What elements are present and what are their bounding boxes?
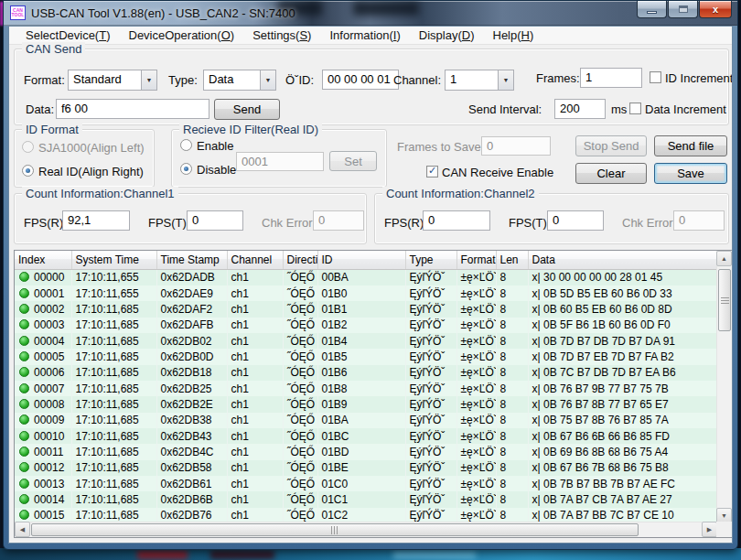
column-header[interactable]: Data <box>528 251 717 269</box>
table-row[interactable]: 0000417:10:11,6850x62DB02ch1˝ÓĘŐ01B4ĘýľÝ… <box>15 333 717 349</box>
close-icon: x <box>713 4 718 15</box>
filter-disable-radio[interactable] <box>180 163 192 175</box>
channel-select[interactable]: 1 ▼ <box>445 70 514 91</box>
table-row[interactable]: 0000017:10:11,6550x62DADBch1˝ÓĘŐ00BAĘýľÝ… <box>15 269 717 285</box>
count-channel1-group: Count Information:Channel1 FPS(R): 92,1 … <box>14 193 367 244</box>
id-format-group: ID Format SJA1000(Align Left) Real ID(Al… <box>14 129 155 188</box>
frame-index: 00012 <box>34 461 64 474</box>
menu-display[interactable]: Display(D) <box>412 27 482 44</box>
send-interval-input[interactable]: 200 <box>554 99 606 119</box>
table-row[interactable]: 0000117:10:11,6550x62DAE9ch1˝ÓĘŐ01B0ĘýľÝ… <box>15 285 717 301</box>
type-select[interactable]: Data ▼ <box>203 70 276 91</box>
status-dot-icon <box>19 431 29 441</box>
chevron-down-icon[interactable]: ▼ <box>141 70 156 90</box>
horizontal-scrollbar[interactable]: ◀ ▶ <box>15 522 717 537</box>
fps-r-value: 0 <box>423 210 490 231</box>
can-receive-enable-checkbox[interactable]: ✓ <box>426 166 438 178</box>
data-increment-checkbox[interactable] <box>629 102 641 114</box>
column-header[interactable]: Index <box>15 251 71 269</box>
menu-help[interactable]: Help(H) <box>486 27 542 44</box>
status-dot-icon <box>19 399 29 409</box>
chevron-down-icon[interactable]: ▼ <box>498 70 513 90</box>
desktop-blob <box>137 550 188 559</box>
fps-t-value: 0 <box>187 210 243 231</box>
status-dot-icon <box>19 288 29 298</box>
column-header[interactable]: Direction <box>283 251 317 269</box>
can-send-group-label: CAN Send <box>22 42 85 56</box>
table-row[interactable]: 0000217:10:11,6850x62DAF2ch1˝ÓĘŐ01B1ĘýľÝ… <box>15 301 717 317</box>
scroll-left-button[interactable]: ◀ <box>15 522 30 537</box>
receive-filter-group: Recieve ID Filter(Real ID) Enable Disabl… <box>171 129 387 188</box>
column-header[interactable]: ID <box>317 251 405 269</box>
app-window: CAN TOOL USB-CAN Tool V1.88(en) - USB_CA… <box>3 0 738 550</box>
send-data-input[interactable]: f6 00 <box>56 99 209 119</box>
clear-button[interactable]: Clear <box>575 163 647 184</box>
type-label: Type: <box>168 73 198 87</box>
column-header[interactable]: Time Stamp <box>156 251 227 269</box>
column-header[interactable]: System Time <box>71 251 156 269</box>
table-row[interactable]: 0001017:10:11,6850x62DB43ch1˝ÓĘŐ01BCĘýľÝ… <box>15 428 717 444</box>
frame-list: IndexSystem TimeTime StampChannelDirecti… <box>14 250 733 538</box>
horizontal-scroll-thumb[interactable] <box>31 523 639 536</box>
table-row[interactable]: 0001117:10:11,6850x62DB4Cch1˝ÓĘŐ01BDĘýľÝ… <box>15 444 717 459</box>
maximize-icon <box>679 5 688 13</box>
table-row[interactable]: 0000717:10:11,6850x62DB25ch1˝ÓĘŐ01B8ĘýľÝ… <box>15 381 717 396</box>
arrow-left-icon: ◀ <box>20 526 25 533</box>
format-select[interactable]: Standard ▼ <box>68 70 157 91</box>
window-title: USB-CAN Tool V1.88(en) - USB_CAN2 - SN:7… <box>31 6 295 20</box>
chevron-down-icon[interactable]: ▼ <box>260 70 275 90</box>
table-row[interactable]: 0000617:10:11,6850x62DB18ch1˝ÓĘŐ01B6ĘýľÝ… <box>15 365 717 381</box>
column-header[interactable]: Channel <box>227 251 283 269</box>
column-header[interactable]: Type <box>405 251 456 269</box>
scroll-up-button[interactable]: ▲ <box>716 251 732 266</box>
menu-information[interactable]: Information(I) <box>322 27 407 44</box>
real-id-radio[interactable] <box>22 165 34 177</box>
desktop-blob <box>210 550 274 559</box>
fps-r-label: FPS(R): <box>384 216 427 230</box>
send-button[interactable]: Send <box>214 99 280 120</box>
scroll-right-button[interactable]: ▶ <box>702 522 717 537</box>
frame-index: 00015 <box>34 509 64 522</box>
status-dot-icon <box>19 383 29 393</box>
chk-error-label: Chk Error: <box>622 216 676 230</box>
receive-filter-group-label: Recieve ID Filter(Real ID) <box>179 123 322 136</box>
frame-index: 00008 <box>34 398 64 411</box>
send-file-button[interactable]: Send file <box>654 135 727 156</box>
menu-device-operation[interactable]: DeviceOperation(O) <box>122 27 242 44</box>
title-bar[interactable]: CAN TOOL USB-CAN Tool V1.88(en) - USB_CA… <box>4 1 737 26</box>
column-header[interactable]: Len <box>496 251 528 269</box>
maximize-button[interactable] <box>668 1 698 18</box>
vertical-scroll-thumb[interactable] <box>718 269 731 331</box>
status-dot-icon <box>19 494 29 504</box>
real-id-label: Real ID(Align Right) <box>38 165 144 178</box>
close-button[interactable]: x <box>699 1 732 18</box>
column-header[interactable]: Format <box>456 251 496 269</box>
status-dot-icon <box>19 462 29 472</box>
frame-index: 00004 <box>34 335 64 348</box>
table-row[interactable]: 0000317:10:11,6850x62DAFBch1˝ÓĘŐ01B2ĘýľÝ… <box>15 318 717 333</box>
minimize-icon <box>647 11 657 14</box>
filter-enable-radio[interactable] <box>180 139 192 151</box>
frame-index: 00013 <box>34 478 64 490</box>
scrollbar-corner <box>716 522 732 537</box>
table-row[interactable]: 0001417:10:11,6850x62DB6Bch1˝ÓĘŐ01C1ĘýľÝ… <box>15 491 717 507</box>
table-row[interactable]: 0000817:10:11,6850x62DB2Ech1˝ÓĘŐ01B9ĘýľÝ… <box>15 396 717 412</box>
save-button[interactable]: Save <box>654 163 727 184</box>
table-row[interactable]: 0000917:10:11,6850x62DB38ch1˝ÓĘŐ01BAĘýľÝ… <box>15 413 717 428</box>
frame-index: 00011 <box>34 446 63 458</box>
table-row[interactable]: 0001217:10:11,6850x62DB58ch1˝ÓĘŐ01BEĘýľÝ… <box>15 460 717 476</box>
menu-settings[interactable]: Settings(S) <box>245 27 318 44</box>
id-increment-checkbox[interactable] <box>650 71 661 83</box>
chk-error-value: 0 <box>313 210 364 231</box>
frame-id-input[interactable]: 00 00 00 01 <box>322 70 399 90</box>
frames-input[interactable]: 1 <box>580 68 642 88</box>
status-dot-icon <box>19 351 29 361</box>
vertical-scrollbar[interactable]: ▲ ▼ <box>716 251 732 523</box>
table-row[interactable]: 0000517:10:11,6850x62DB0Dch1˝ÓĘŐ01B5ĘýľÝ… <box>15 349 717 364</box>
glass-artifact <box>353 1 419 16</box>
chk-error-value: 0 <box>673 210 725 231</box>
frames-to-save-input: 0 <box>481 136 551 156</box>
minimize-button[interactable] <box>637 1 667 18</box>
channel-label: Channel: <box>393 73 441 87</box>
table-row[interactable]: 0001317:10:11,6850x62DB61ch1˝ÓĘŐ01C0ĘýľÝ… <box>15 476 717 491</box>
